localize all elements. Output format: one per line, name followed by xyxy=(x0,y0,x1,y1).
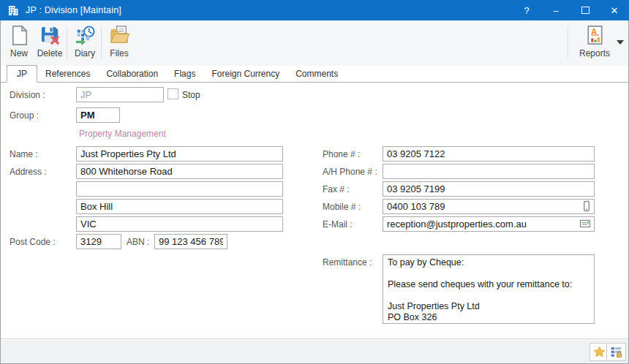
delete-button-label: Delete xyxy=(37,48,63,58)
window-controls: ? – ✕ xyxy=(512,0,629,20)
diary-button-label: Diary xyxy=(75,48,95,58)
division-form: Division : Stop Group : Property Managem… xyxy=(1,83,628,338)
abn-label: ABN : xyxy=(127,237,149,247)
files-button[interactable]: Files xyxy=(102,23,136,64)
window-title: JP : Division [Maintain] xyxy=(26,5,121,15)
reports-dropdown-arrow[interactable] xyxy=(617,40,624,45)
building-icon xyxy=(7,4,20,17)
tab-references[interactable]: References xyxy=(37,66,98,82)
files-button-label: Files xyxy=(110,48,128,58)
new-button-label: New xyxy=(10,48,28,58)
tab-collaboration[interactable]: Collaboration xyxy=(98,66,166,82)
reports-button[interactable]: A Reports xyxy=(576,23,614,64)
diary-calendar-clock-icon xyxy=(74,24,97,47)
tab-bar: JP References Collaboration Flags Foreig… xyxy=(1,66,628,83)
audit-button[interactable] xyxy=(606,343,626,361)
division-label: Division : xyxy=(10,90,45,100)
toolbar-separator xyxy=(568,26,568,58)
toolbar-separator xyxy=(67,26,67,58)
stop-checkbox-label: Stop xyxy=(182,90,200,100)
close-button[interactable]: ✕ xyxy=(600,0,629,20)
remittance-label: Remittance : xyxy=(323,257,372,268)
mobile-phone-icon xyxy=(581,200,592,212)
email-label: E-Mail : xyxy=(323,219,353,230)
email-input[interactable] xyxy=(383,216,595,232)
tab-foreign-currency[interactable]: Foreign Currency xyxy=(203,66,287,82)
ah-phone-label: A/H Phone # : xyxy=(323,167,377,177)
new-document-icon xyxy=(8,24,31,47)
title-bar: JP : Division [Maintain] ? – ✕ xyxy=(0,0,629,20)
mobile-label: Mobile # : xyxy=(323,202,361,212)
remittance-textarea[interactable]: To pay by Cheque: Please send cheques wi… xyxy=(383,254,595,324)
ah-phone-input[interactable] xyxy=(383,164,595,179)
address-line-1-input[interactable] xyxy=(76,164,283,179)
post-code-label: Post Code : xyxy=(10,237,56,247)
maximize-button[interactable] xyxy=(570,0,600,20)
toolbar-separator xyxy=(101,26,102,58)
mobile-input[interactable] xyxy=(383,199,595,214)
application-window: JP : Division [Maintain] ? – ✕ New De xyxy=(0,0,629,364)
post-code-input[interactable] xyxy=(76,234,121,249)
maximize-icon xyxy=(581,7,590,14)
reports-button-label: Reports xyxy=(579,48,610,58)
email-card-icon xyxy=(579,218,591,230)
group-label: Group : xyxy=(10,110,39,121)
svg-text:A: A xyxy=(591,27,597,36)
delete-record-icon xyxy=(39,24,61,47)
files-folder-icon xyxy=(108,24,131,47)
abn-input[interactable] xyxy=(154,234,227,249)
address-label: Address : xyxy=(10,167,47,177)
delete-button[interactable]: Delete xyxy=(33,23,67,64)
name-label: Name : xyxy=(10,149,38,159)
favorite-star-icon xyxy=(593,346,606,358)
address-line-2-input[interactable] xyxy=(76,181,283,197)
group-input[interactable] xyxy=(76,107,120,123)
reports-document-chart-icon: A xyxy=(584,24,606,47)
address-line-4-input[interactable] xyxy=(76,216,283,232)
help-button[interactable]: ? xyxy=(512,0,541,20)
phone-input[interactable] xyxy=(383,146,595,162)
stop-checkbox[interactable] xyxy=(167,88,178,99)
name-input[interactable] xyxy=(76,146,283,162)
minimize-button[interactable]: – xyxy=(541,0,570,20)
phone-label: Phone # : xyxy=(323,149,360,159)
audit-lock-icon xyxy=(610,346,622,358)
tab-flags[interactable]: Flags xyxy=(166,66,203,82)
division-input[interactable] xyxy=(76,87,164,102)
group-description: Property Management xyxy=(79,129,166,139)
diary-button[interactable]: Diary xyxy=(68,23,102,64)
fax-label: Fax # : xyxy=(323,184,350,194)
address-line-3-input[interactable] xyxy=(76,199,283,214)
fax-input[interactable] xyxy=(383,181,595,197)
new-button[interactable]: New xyxy=(2,23,36,64)
status-bar xyxy=(1,338,628,363)
toolbar: New Delete Diary xyxy=(1,20,628,67)
tab-jp[interactable]: JP xyxy=(7,65,37,83)
tab-comments[interactable]: Comments xyxy=(287,66,346,82)
